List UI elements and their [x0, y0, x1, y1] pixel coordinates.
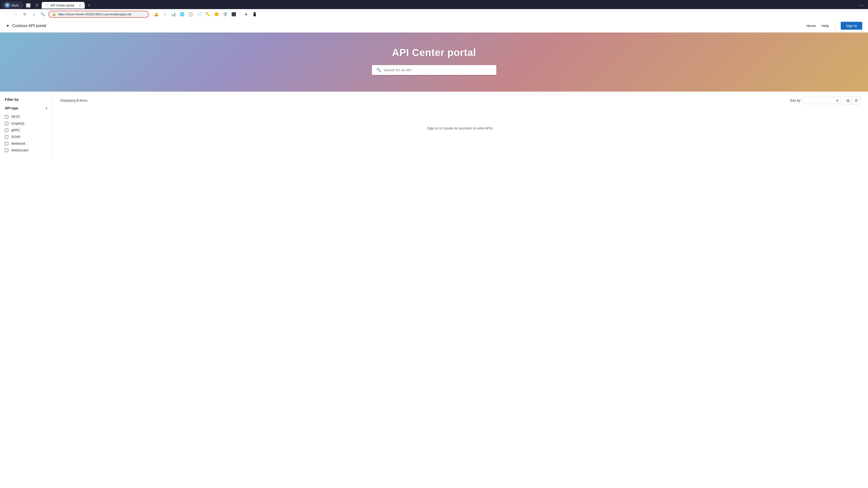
content-toolbar: Displaying 0 items Sort by ▾ ⊞ ☰ [60, 96, 860, 104]
browser-toolbar: 🔔 ☆ 📊 🌐 📋 📄 ✏️ 🙂 🛡️ ⬛ ★ 📱 [153, 10, 258, 18]
hero-section: API Center portal 🔍 [0, 33, 868, 92]
filter-grpc[interactable]: gRPC [5, 127, 48, 133]
sort-label: Sort by [790, 99, 801, 102]
webhook-checkbox[interactable] [5, 142, 8, 145]
search-magnify-icon: 🔍 [40, 12, 45, 17]
profile-icon[interactable]: 🙂 [213, 10, 220, 18]
filter-section-api-type: API type ∧ [5, 106, 48, 110]
extension-icon-1[interactable]: 🌐 [179, 10, 186, 18]
view-toggle: ⊞ ☰ [844, 96, 860, 104]
forward-button[interactable]: → [12, 10, 19, 18]
home-icon: ⌂ [33, 12, 35, 16]
favorites-icon[interactable]: ★ [242, 10, 250, 18]
window-controls: — [859, 2, 866, 8]
notifications-icon[interactable]: 🔔 [153, 10, 160, 18]
nav-divider [835, 23, 835, 29]
empty-state-message: Sign in or create an account to view API… [427, 126, 493, 130]
webhook-label: Webhook [11, 141, 25, 145]
top-nav: ✦ Contoso API portal Home Help Sign in [0, 19, 868, 33]
graphql-checkbox[interactable] [5, 122, 8, 125]
help-nav-link[interactable]: Help [822, 24, 829, 28]
page-icon: 📄 [45, 4, 49, 7]
extension-icon-4[interactable]: ✏️ [205, 10, 212, 18]
profile-avatar: W [5, 3, 10, 8]
url-box[interactable]: 🔒 https://brave-flower-053521903.5.azure… [48, 11, 149, 18]
list-view-button[interactable]: ☰ [852, 97, 860, 104]
rest-checkbox[interactable] [5, 115, 8, 119]
filter-graphql[interactable]: GraphQL [5, 120, 48, 127]
reload-button[interactable]: ↻ [21, 10, 28, 18]
home-button[interactable]: ⌂ [30, 10, 37, 18]
websocket-label: WebSocket [11, 148, 28, 152]
close-tab-button[interactable]: ✕ [79, 3, 81, 7]
new-tab-button[interactable]: + [86, 2, 92, 9]
forward-icon: → [13, 12, 18, 16]
page: ✦ Contoso API portal Home Help Sign in A… [0, 19, 868, 159]
sidebar: Filter by API type ∧ REST GraphQL gRPC S… [0, 92, 53, 159]
filter-title: Filter by [5, 97, 48, 101]
brand-label: Contoso API portal [12, 24, 46, 28]
search-box[interactable]: 🔍 [372, 65, 496, 75]
api-type-chevron-icon[interactable]: ∧ [45, 106, 48, 110]
brand: ✦ Contoso API portal [6, 23, 46, 29]
home-nav-link[interactable]: Home [806, 24, 816, 28]
empty-state: Sign in or create an account to view API… [60, 112, 860, 144]
list-icon: ☰ [855, 98, 858, 103]
profile-tab[interactable]: W Work [2, 2, 24, 9]
main-content: Filter by API type ∧ REST GraphQL gRPC S… [0, 92, 868, 159]
displaying-suffix: items [79, 99, 87, 102]
filter-webhook[interactable]: Webhook [5, 140, 48, 147]
extension-icon-2[interactable]: 📋 [187, 10, 194, 18]
search-icon: 🔍 [376, 67, 381, 72]
hero-title: API Center portal [392, 47, 476, 58]
content-area: Displaying 0 items Sort by ▾ ⊞ ☰ [53, 92, 868, 159]
browser-chrome: W Work ⬜ ☰ 📄 API Center portal ✕ + — ← → [0, 0, 868, 19]
api-type-section-title: API type [5, 106, 18, 110]
signin-button[interactable]: Sign in [841, 22, 862, 30]
filter-rest[interactable]: REST [5, 113, 48, 120]
soap-label: SOAP [11, 135, 21, 139]
grid-view-button[interactable]: ⊞ [844, 97, 852, 104]
tab-bar: W Work ⬜ ☰ 📄 API Center portal ✕ + — [0, 0, 868, 9]
search-button[interactable]: 🔍 [39, 10, 46, 18]
sort-chevron-icon: ▾ [836, 99, 838, 102]
profile-tab-label: Work [11, 4, 19, 7]
mobile-icon[interactable]: 📱 [251, 10, 258, 18]
brand-icon: ✦ [6, 23, 10, 29]
graphql-label: GraphQL [11, 122, 25, 125]
reading-list-icon[interactable]: 📊 [170, 10, 177, 18]
lock-icon: 🔒 [52, 12, 56, 16]
rest-label: REST [11, 115, 20, 119]
back-icon: ← [4, 12, 8, 16]
displaying-text: Displaying 0 items [60, 99, 88, 102]
minimize-button[interactable]: — [859, 2, 864, 8]
tab-label: API Center portal [50, 4, 74, 7]
grid-icon: ⊞ [846, 98, 849, 103]
url-text: https://brave-flower-053521903.5.azurest… [58, 12, 145, 16]
active-tab[interactable]: 📄 API Center portal ✕ [42, 2, 85, 9]
displaying-prefix: Displaying [60, 99, 76, 102]
search-input[interactable] [383, 68, 492, 72]
reload-icon: ↻ [23, 12, 26, 17]
grpc-checkbox[interactable] [5, 128, 8, 132]
extension-icon-3[interactable]: 📄 [196, 10, 203, 18]
websocket-checkbox[interactable] [5, 149, 8, 152]
soap-checkbox[interactable] [5, 135, 8, 139]
back-button[interactable]: ← [3, 10, 10, 18]
top-nav-right: Home Help Sign in [806, 22, 862, 30]
grpc-label: gRPC [11, 128, 20, 132]
address-bar: ← → ↻ ⌂ 🔍 🔒 https://brave-flower-0535219… [0, 9, 868, 19]
sort-select[interactable]: ▾ [803, 97, 841, 104]
bookmark-icon[interactable]: ☆ [161, 10, 168, 18]
sidebar-toggle-icon[interactable]: ☰ [33, 1, 41, 9]
filter-soap[interactable]: SOAP [5, 133, 48, 140]
shield-icon[interactable]: 🛡️ [222, 10, 229, 18]
toolbar-right: Sort by ▾ ⊞ ☰ [790, 96, 860, 104]
tab-group-icon[interactable]: ⬜ [24, 1, 32, 9]
filter-websocket[interactable]: WebSocket [5, 147, 48, 154]
split-view-icon[interactable]: ⬛ [230, 10, 238, 18]
